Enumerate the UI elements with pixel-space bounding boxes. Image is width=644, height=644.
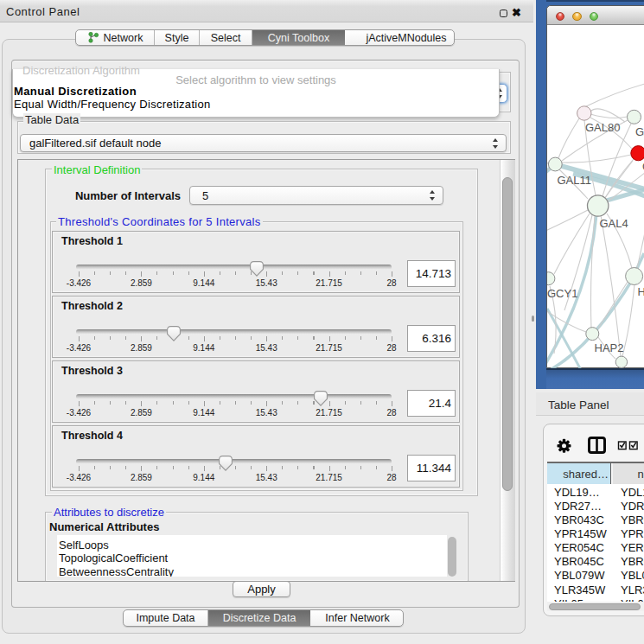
svg-text:GA: GA <box>635 125 644 138</box>
svg-text:GAL4: GAL4 <box>600 217 628 230</box>
svg-text:GAL80: GAL80 <box>585 121 620 134</box>
svg-text:GCY1: GCY1 <box>547 287 577 300</box>
svg-text:HAP2: HAP2 <box>595 341 624 354</box>
svg-text:GAL11: GAL11 <box>558 174 592 187</box>
svg-text:H: H <box>638 285 644 298</box>
